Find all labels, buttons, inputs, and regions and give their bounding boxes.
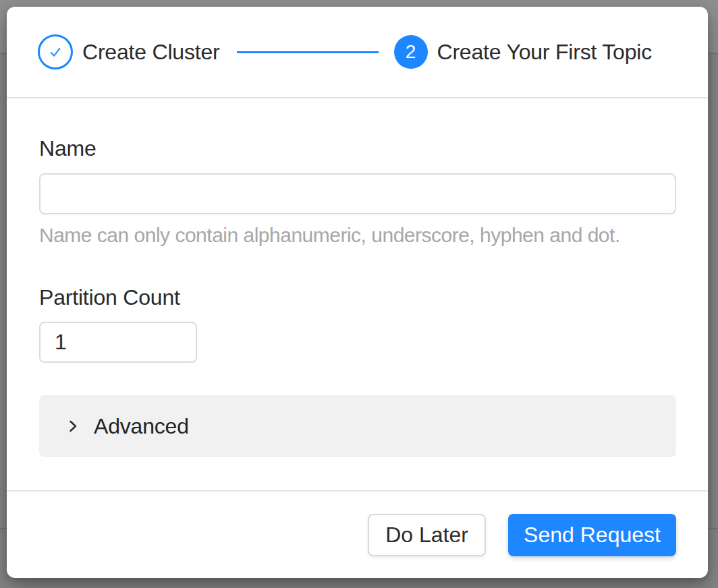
- footer-divider: [7, 490, 708, 492]
- send-request-button[interactable]: Send Request: [508, 514, 676, 556]
- background-container-edge: [710, 53, 711, 528]
- step1-completed-indicator: [38, 34, 73, 69]
- partition-count-input[interactable]: [39, 322, 197, 363]
- name-field-label: Name: [39, 136, 96, 161]
- step1-label: Create Cluster: [82, 40, 220, 65]
- screen-overlay: Create Cluster 2 Create Your First Topic…: [0, 0, 718, 588]
- check-icon: [45, 42, 65, 62]
- step2-active-indicator: 2: [394, 35, 428, 69]
- chevron-right-icon: [65, 418, 81, 434]
- topic-name-input[interactable]: [39, 173, 676, 214]
- step2-label: Create Your First Topic: [437, 40, 653, 65]
- name-helper-text: Name can only contain alphanumeric, unde…: [39, 224, 620, 247]
- partition-count-label: Partition Count: [39, 285, 180, 310]
- advanced-section-toggle[interactable]: Advanced: [39, 395, 676, 457]
- step2-number: 2: [406, 41, 416, 63]
- stepper-header: Create Cluster 2 Create Your First Topic: [7, 7, 708, 98]
- do-later-button[interactable]: Do Later: [368, 514, 486, 556]
- advanced-section-label: Advanced: [94, 414, 189, 439]
- stepper-connector-line: [237, 51, 379, 53]
- create-topic-modal: Create Cluster 2 Create Your First Topic…: [7, 7, 708, 578]
